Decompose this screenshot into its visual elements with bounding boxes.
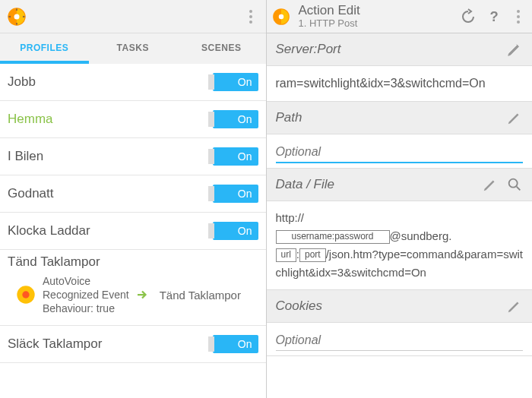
edit-icon[interactable] (506, 109, 523, 126)
edit-icon[interactable] (506, 41, 523, 58)
profile-toggle[interactable]: On (213, 185, 258, 203)
section-label: Server:Port (276, 42, 341, 57)
profile-name: Godnatt (8, 186, 54, 201)
tab-bar: PROFILES TASKS SCENES (0, 33, 266, 64)
profile-row[interactable]: Jobb On (0, 64, 266, 101)
profile-name: Hemma (8, 112, 53, 127)
profile-row[interactable]: I Bilen On (0, 138, 266, 175)
profiles-pane: PROFILES TASKS SCENES Jobb On Hemma On I… (0, 0, 267, 398)
data-value[interactable]: http:// username:password@sundberg. url:… (267, 201, 533, 290)
cookies-field (267, 323, 533, 356)
profile-detail: AutoVoice Recognized Event Behaviour: tr… (8, 270, 258, 316)
right-top-bar: Action Edit 1. HTTP Post ? (267, 0, 533, 33)
profile-name: Släck Taklampor (8, 336, 102, 352)
profile-row[interactable]: Klocka Laddar On (0, 213, 266, 250)
path-field (267, 134, 533, 169)
profile-name: Tänd Taklampor (8, 254, 100, 270)
path-input[interactable] (276, 142, 524, 163)
placeholder-box: username:password (276, 230, 390, 244)
svg-text:?: ? (490, 8, 499, 24)
profile-row[interactable]: Släck Taklampor On (0, 326, 266, 363)
edit-icon[interactable] (482, 176, 499, 193)
action-subtitle: 1. HTTP Post (299, 18, 454, 29)
tasker-app-icon (271, 7, 291, 27)
profile-name: I Bilen (8, 149, 43, 164)
tab-scenes[interactable]: SCENES (177, 33, 266, 64)
help-icon[interactable]: ? (483, 6, 505, 27)
svg-point-1 (14, 14, 20, 19)
section-path: Path (267, 102, 533, 134)
profile-toggle[interactable]: On (213, 335, 258, 353)
placeholder-box: port (299, 248, 326, 262)
profile-name: Jobb (8, 74, 36, 90)
profile-name: Klocka Laddar (8, 223, 90, 238)
tab-profiles[interactable]: PROFILES (0, 33, 89, 64)
section-data: Data / File (267, 169, 533, 201)
profile-detail-text: AutoVoice Recognized Event Behaviour: tr… (43, 274, 129, 316)
section-server: Server:Port (267, 33, 533, 66)
profile-row[interactable]: Hemma On (0, 101, 266, 138)
cookies-input[interactable] (276, 330, 524, 351)
profile-row-expanded[interactable]: Tänd Taklampor AutoVoice Recognized Even… (0, 250, 266, 326)
profile-toggle[interactable]: On (213, 222, 258, 240)
profile-toggle[interactable]: On (213, 73, 258, 91)
svg-point-5 (278, 14, 283, 19)
svg-point-7 (509, 179, 518, 188)
arrow-right-icon (135, 288, 149, 302)
autovoice-icon (15, 284, 36, 305)
profile-task-name[interactable]: Tänd Taklampor (160, 289, 241, 302)
edit-icon[interactable] (506, 298, 523, 314)
section-label: Path (276, 110, 302, 125)
profile-row[interactable]: Godnatt On (0, 175, 266, 213)
tasker-app-icon (6, 6, 27, 27)
left-top-bar (0, 0, 266, 33)
tab-tasks[interactable]: TASKS (89, 33, 178, 64)
profile-list: Jobb On Hemma On I Bilen On Godnatt On K… (0, 64, 266, 363)
profile-toggle[interactable]: On (213, 147, 258, 166)
section-label: Cookies (276, 298, 322, 314)
svg-point-3 (22, 292, 29, 298)
search-icon[interactable] (506, 176, 523, 193)
placeholder-box: url (276, 248, 296, 262)
action-title: Action Edit (299, 4, 454, 18)
profile-toggle[interactable]: On (213, 110, 258, 128)
overflow-menu-icon[interactable] (509, 8, 527, 26)
section-label: Data / File (276, 177, 334, 192)
overflow-menu-icon[interactable] (242, 8, 260, 26)
section-cookies: Cookies (267, 290, 533, 323)
refresh-icon[interactable] (458, 6, 479, 27)
server-value[interactable]: ram=switchlight&idx=3&switchcmd=On (267, 66, 533, 102)
action-title-block: Action Edit 1. HTTP Post (299, 4, 454, 29)
action-edit-pane: Action Edit 1. HTTP Post ? Server:Port r… (267, 0, 533, 398)
